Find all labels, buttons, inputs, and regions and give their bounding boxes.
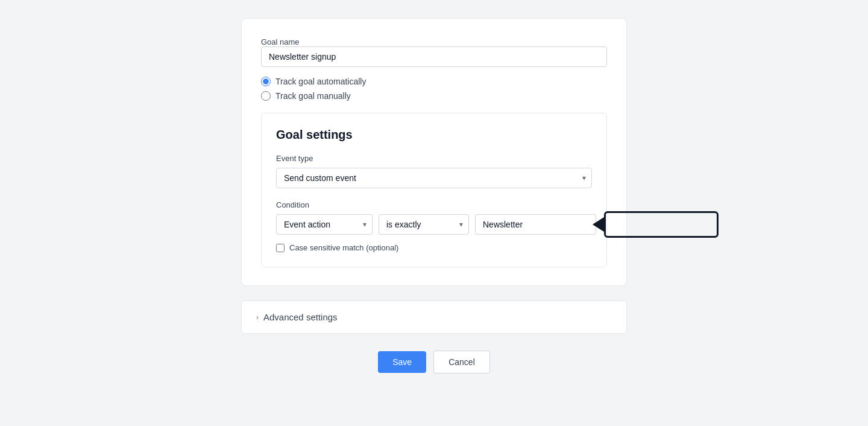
track-manually-option[interactable]: Track goal manually (261, 91, 607, 101)
track-automatically-label: Track goal automatically (275, 77, 366, 86)
event-type-select-wrapper: Send custom event Visit a page ▾ (276, 168, 592, 188)
arrow-annotation (604, 211, 719, 238)
track-automatically-option[interactable]: Track goal automatically (261, 77, 607, 86)
advanced-settings-toggle[interactable]: › Advanced settings (242, 301, 626, 333)
tracking-radio-group: Track goal automatically Track goal manu… (261, 77, 607, 101)
event-type-label: Event type (276, 154, 592, 163)
form-buttons: Save Cancel (378, 351, 490, 374)
cancel-button[interactable]: Cancel (433, 351, 490, 374)
condition-label: Condition (276, 200, 592, 209)
event-type-select[interactable]: Send custom event Visit a page (276, 168, 592, 188)
event-type-field: Event type Send custom event Visit a pag… (276, 154, 592, 188)
annotation-box (604, 211, 719, 238)
page-wrapper: Goal name Track goal automatically Track… (12, 12, 856, 374)
track-automatically-radio[interactable] (261, 77, 271, 86)
condition-field-select-wrapper: Event action Event category Event label … (276, 214, 373, 235)
condition-row: Event action Event category Event label … (276, 214, 592, 235)
goal-name-label: Goal name (261, 37, 300, 46)
goal-settings-title: Goal settings (276, 128, 592, 142)
condition-operator-select[interactable]: is exactly contains starts with ends wit… (379, 214, 469, 235)
track-manually-radio[interactable] (261, 91, 271, 101)
case-sensitive-row: Case sensitive match (optional) (276, 243, 592, 252)
main-form-card: Goal name Track goal automatically Track… (241, 18, 627, 286)
save-button[interactable]: Save (378, 351, 426, 373)
condition-section: Condition Event action Event category Ev… (276, 200, 592, 252)
advanced-settings-label: Advanced settings (263, 312, 338, 322)
advanced-settings-chevron-icon: › (256, 313, 259, 322)
condition-operator-select-wrapper: is exactly contains starts with ends wit… (379, 214, 469, 235)
goal-settings-card: Goal settings Event type Send custom eve… (261, 113, 607, 267)
condition-field-select[interactable]: Event action Event category Event label (276, 214, 373, 235)
goal-name-input[interactable] (261, 46, 607, 67)
goal-name-field: Goal name (261, 37, 607, 67)
condition-value-input[interactable] (475, 214, 596, 235)
advanced-settings-card: › Advanced settings (241, 300, 627, 334)
case-sensitive-label[interactable]: Case sensitive match (optional) (289, 243, 398, 252)
track-manually-label: Track goal manually (275, 91, 351, 101)
case-sensitive-checkbox[interactable] (276, 244, 285, 252)
